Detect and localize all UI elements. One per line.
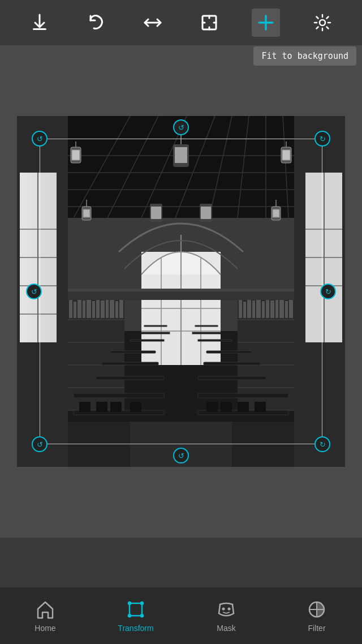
svg-rect-85 <box>252 300 255 318</box>
svg-rect-75 <box>119 300 123 318</box>
svg-rect-46 <box>282 150 290 160</box>
svg-rect-43 <box>83 209 90 217</box>
svg-rect-100 <box>102 362 158 365</box>
svg-rect-91 <box>279 300 284 318</box>
svg-point-2 <box>320 20 325 25</box>
add-button[interactable] <box>252 8 280 37</box>
svg-rect-109 <box>195 325 218 327</box>
svg-rect-71 <box>101 300 105 318</box>
svg-point-124 <box>140 602 144 605</box>
svg-rect-101 <box>204 362 260 365</box>
nav-label-mask: Mask <box>217 624 235 633</box>
svg-rect-96 <box>74 393 164 398</box>
svg-rect-105 <box>198 340 232 341</box>
svg-rect-49 <box>273 209 279 217</box>
svg-rect-122 <box>130 603 142 616</box>
svg-rect-111 <box>96 402 107 412</box>
svg-rect-89 <box>270 300 274 318</box>
svg-rect-64 <box>69 300 72 318</box>
svg-rect-116 <box>238 402 249 412</box>
svg-rect-103 <box>206 351 252 353</box>
svg-rect-121 <box>68 289 294 291</box>
svg-rect-107 <box>192 332 221 334</box>
svg-rect-108 <box>144 325 167 327</box>
svg-rect-57 <box>201 207 211 219</box>
nav-item-transform[interactable]: Transform <box>102 594 170 637</box>
fit-to-background-tooltip: Fit to background <box>253 46 356 66</box>
svg-rect-90 <box>275 300 278 318</box>
handle-bottom-right[interactable]: ↻ <box>314 436 330 452</box>
svg-rect-104 <box>130 340 164 341</box>
svg-point-126 <box>140 614 144 617</box>
settings-button[interactable] <box>308 8 337 37</box>
svg-rect-88 <box>266 300 269 318</box>
nav-label-transform: Transform <box>118 624 153 633</box>
svg-point-128 <box>228 608 231 611</box>
image-container[interactable]: ↺ ↻ ↺ ↻ ↺ ↻ ↺ ↺ <box>17 116 345 467</box>
svg-rect-40 <box>72 150 80 160</box>
svg-rect-86 <box>256 300 261 318</box>
flip-button[interactable] <box>139 8 167 37</box>
svg-point-123 <box>128 602 131 605</box>
nav-item-filter[interactable]: Filter <box>283 594 351 637</box>
svg-point-127 <box>222 608 225 611</box>
handle-bottom-left[interactable]: ↺ <box>32 436 48 452</box>
handle-top-left[interactable]: ↺ <box>32 131 48 147</box>
svg-rect-83 <box>243 302 246 318</box>
svg-rect-52 <box>175 147 187 163</box>
svg-rect-69 <box>92 301 95 318</box>
svg-rect-113 <box>130 402 141 412</box>
svg-rect-110 <box>79 402 90 412</box>
svg-rect-93 <box>289 300 293 318</box>
svg-point-125 <box>128 614 131 617</box>
svg-rect-55 <box>151 207 161 219</box>
handle-top-right[interactable]: ↻ <box>314 131 330 147</box>
library-image <box>17 116 345 467</box>
toolbar <box>0 0 362 45</box>
svg-rect-87 <box>262 301 265 318</box>
svg-rect-97 <box>198 393 288 398</box>
svg-rect-70 <box>96 300 100 318</box>
svg-rect-102 <box>110 351 156 353</box>
svg-rect-115 <box>221 402 232 412</box>
svg-rect-92 <box>285 301 288 318</box>
nav-label-home: Home <box>35 624 55 633</box>
svg-rect-120 <box>68 291 294 300</box>
svg-rect-112 <box>110 402 122 412</box>
svg-rect-82 <box>239 300 242 318</box>
svg-rect-66 <box>77 300 81 318</box>
undo-button[interactable] <box>82 8 110 37</box>
svg-rect-84 <box>247 300 251 318</box>
nav-label-filter: Filter <box>308 624 325 633</box>
handle-top-mid[interactable]: ↺ <box>173 119 189 135</box>
svg-rect-73 <box>110 300 114 318</box>
handle-mid-right[interactable]: ↻ <box>320 284 336 299</box>
handle-mid-left[interactable]: ↺ <box>26 284 42 299</box>
svg-rect-65 <box>74 302 76 318</box>
svg-rect-67 <box>83 300 85 318</box>
handle-bottom-mid[interactable]: ↺ <box>173 448 189 463</box>
svg-rect-0 <box>33 28 46 30</box>
canvas-area: ↺ ↻ ↺ ↻ ↺ ↻ ↺ ↺ <box>0 45 362 538</box>
svg-rect-114 <box>206 402 218 412</box>
svg-rect-99 <box>198 376 266 380</box>
svg-rect-74 <box>115 301 118 318</box>
download-button[interactable] <box>25 8 54 37</box>
nav-item-mask[interactable]: Mask <box>192 594 260 637</box>
resize-button[interactable] <box>195 8 223 37</box>
svg-rect-106 <box>141 332 170 334</box>
svg-rect-117 <box>255 402 266 412</box>
bottom-nav: Home Transform Mask Filter <box>0 587 362 644</box>
svg-rect-72 <box>106 300 109 318</box>
svg-rect-68 <box>87 300 91 318</box>
nav-item-home[interactable]: Home <box>11 594 79 637</box>
svg-rect-98 <box>96 376 164 380</box>
